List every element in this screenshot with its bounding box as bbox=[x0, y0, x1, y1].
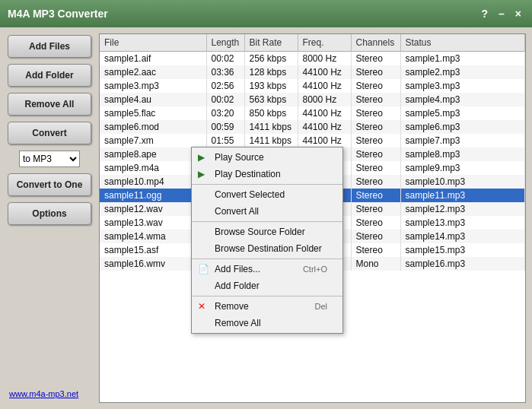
table-row[interactable]: sample4.au 00:02 563 kbps 8000 Hz Stereo… bbox=[100, 93, 525, 106]
close-button[interactable]: × bbox=[512, 8, 524, 20]
shortcut-label: Del bbox=[314, 302, 327, 311]
cell-length: 02:56 bbox=[206, 79, 244, 93]
cell-status: sample4.mp3 bbox=[400, 93, 525, 106]
col-status: Status bbox=[400, 34, 525, 52]
window-controls: ? – × bbox=[478, 8, 524, 20]
context-menu-item[interactable]: Convert Selected bbox=[192, 186, 342, 203]
context-menu-item[interactable]: Remove All bbox=[192, 315, 342, 331]
menu-item-label: Browse Source Folder bbox=[215, 227, 305, 237]
context-menu-item[interactable]: Browse Source Folder bbox=[192, 224, 342, 240]
menu-item-label: Convert All bbox=[215, 206, 259, 217]
cell-channels: Stereo bbox=[351, 243, 400, 257]
cell-freq: 44100 Hz bbox=[298, 120, 351, 134]
cell-freq: 44100 Hz bbox=[298, 65, 351, 79]
cell-bitrate: 128 kbps bbox=[244, 65, 298, 79]
cell-file: sample6.mod bbox=[100, 120, 206, 134]
cell-status: sample16.mp3 bbox=[400, 257, 525, 271]
cell-status: sample10.mp3 bbox=[400, 175, 525, 189]
table-row[interactable]: sample2.aac 03:36 128 kbps 44100 Hz Ster… bbox=[100, 65, 525, 79]
menu-separator bbox=[192, 258, 342, 259]
convert-to-one-button[interactable]: Convert to One bbox=[8, 173, 91, 196]
col-freq: Freq. bbox=[298, 34, 351, 52]
cell-channels: Stereo bbox=[351, 202, 400, 216]
cell-status: sample8.mp3 bbox=[400, 147, 525, 161]
cell-length: 00:02 bbox=[206, 93, 244, 106]
convert-button[interactable]: Convert bbox=[8, 122, 91, 144]
options-button[interactable]: Options bbox=[8, 202, 91, 225]
context-menu-item[interactable]: Add Folder bbox=[192, 277, 342, 294]
shortcut-label: Ctrl+O bbox=[303, 265, 327, 274]
cell-file: sample13.wav bbox=[100, 216, 206, 230]
context-menu-item[interactable]: Browse Destination Folder bbox=[192, 240, 342, 257]
cell-channels: Stereo bbox=[351, 147, 400, 161]
main-container: Add Files Add Folder Remove All Convert … bbox=[0, 27, 532, 409]
context-menu-item[interactable]: ▶Play Source bbox=[192, 149, 342, 166]
cell-length: 01:55 bbox=[206, 134, 244, 147]
cell-file: sample15.asf bbox=[100, 243, 206, 257]
menu-separator bbox=[192, 296, 342, 296]
cell-file: sample4.au bbox=[100, 93, 206, 106]
cell-file: sample5.flac bbox=[100, 106, 206, 120]
menu-item-label: Remove bbox=[215, 301, 249, 312]
cell-channels: Stereo bbox=[351, 93, 400, 106]
table-header-row: File Length Bit Rate Freq. Channels Stat… bbox=[100, 34, 525, 52]
menu-item-label: Add Files... bbox=[215, 264, 260, 274]
remove-icon: ✕ bbox=[198, 301, 205, 312]
cell-channels: Stereo bbox=[351, 189, 400, 202]
content-area: File Length Bit Rate Freq. Channels Stat… bbox=[99, 33, 526, 403]
table-row[interactable]: sample5.flac 03:20 850 kbps 44100 Hz Ste… bbox=[100, 106, 525, 120]
play-icon: ▶ bbox=[198, 152, 205, 163]
cell-status: sample15.mp3 bbox=[400, 243, 525, 257]
remove-all-button[interactable]: Remove All bbox=[8, 93, 91, 116]
cell-file: sample9.m4a bbox=[100, 161, 206, 175]
cell-bitrate: 1411 kbps bbox=[244, 134, 298, 147]
cell-length: 03:20 bbox=[206, 106, 244, 120]
cell-status: sample11.mp3 bbox=[400, 189, 525, 202]
context-menu-item[interactable]: Convert All bbox=[192, 203, 342, 220]
cell-channels: Stereo bbox=[351, 161, 400, 175]
context-menu-item[interactable]: ✕RemoveDel bbox=[192, 298, 342, 315]
cell-status: sample1.mp3 bbox=[400, 52, 525, 66]
add-files-button[interactable]: Add Files bbox=[8, 35, 91, 58]
cell-freq: 8000 Hz bbox=[298, 93, 351, 106]
table-row[interactable]: sample3.mp3 02:56 193 kbps 44100 Hz Ster… bbox=[100, 79, 525, 93]
cell-channels: Stereo bbox=[351, 120, 400, 134]
cell-bitrate: 193 kbps bbox=[244, 79, 298, 93]
cell-channels: Stereo bbox=[351, 175, 400, 189]
cell-channels: Stereo bbox=[351, 106, 400, 120]
cell-channels: Stereo bbox=[351, 65, 400, 79]
cell-status: sample13.mp3 bbox=[400, 216, 525, 230]
context-menu-item[interactable]: ▶Play Destination bbox=[192, 166, 342, 182]
cell-bitrate: 256 kbps bbox=[244, 52, 298, 66]
cell-file: sample10.mp4 bbox=[100, 175, 206, 189]
table-row[interactable]: sample1.aif 00:02 256 kbps 8000 Hz Stere… bbox=[100, 52, 525, 66]
minimize-button[interactable]: – bbox=[495, 8, 508, 20]
cell-channels: Stereo bbox=[351, 79, 400, 93]
cell-file: sample2.aac bbox=[100, 65, 206, 79]
cell-file: sample12.wav bbox=[100, 202, 206, 216]
table-row[interactable]: sample7.xm 01:55 1411 kbps 44100 Hz Ster… bbox=[100, 134, 525, 147]
cell-file: sample8.ape bbox=[100, 147, 206, 161]
cell-length: 00:59 bbox=[206, 120, 244, 134]
cell-status: sample2.mp3 bbox=[400, 65, 525, 79]
table-row[interactable]: sample6.mod 00:59 1411 kbps 44100 Hz Ste… bbox=[100, 120, 525, 134]
cell-status: sample3.mp3 bbox=[400, 79, 525, 93]
menu-item-label: Play Destination bbox=[215, 169, 281, 179]
cell-status: sample9.mp3 bbox=[400, 161, 525, 175]
cell-bitrate: 1411 kbps bbox=[244, 120, 298, 134]
context-menu-item[interactable]: 📄Add Files...Ctrl+O bbox=[192, 261, 342, 277]
context-menu: ▶Play Source▶Play DestinationConvert Sel… bbox=[191, 147, 343, 334]
cell-bitrate: 563 kbps bbox=[244, 93, 298, 106]
add-folder-button[interactable]: Add Folder bbox=[8, 64, 91, 87]
format-select-input[interactable]: to MP3 to M4A to WAV to OGG bbox=[19, 151, 80, 167]
cell-file: sample11.ogg bbox=[100, 189, 206, 202]
help-button[interactable]: ? bbox=[478, 8, 491, 20]
cell-file: sample7.xm bbox=[100, 134, 206, 147]
cell-status: sample5.mp3 bbox=[400, 106, 525, 120]
cell-status: sample14.mp3 bbox=[400, 230, 525, 243]
cell-status: sample7.mp3 bbox=[400, 134, 525, 147]
menu-item-label: Remove All bbox=[215, 318, 261, 328]
cell-channels: Stereo bbox=[351, 230, 400, 243]
col-bitrate: Bit Rate bbox=[244, 34, 298, 52]
website-link[interactable]: www.m4a-mp3.net bbox=[6, 389, 78, 398]
